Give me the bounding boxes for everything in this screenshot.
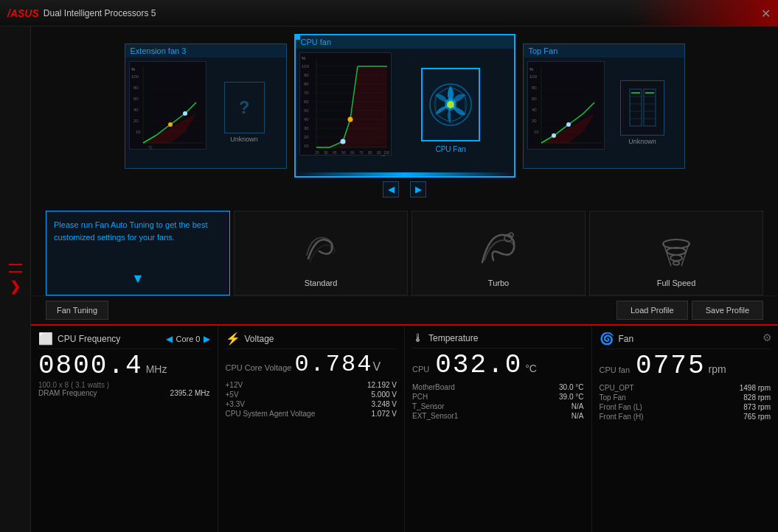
- v33-value: 3.248 V: [372, 400, 397, 408]
- cpu-fan-value: 0775: [636, 353, 705, 379]
- cpu-temp-label: CPU: [412, 365, 429, 374]
- fan-mode-turbo[interactable]: Turbo: [411, 211, 586, 295]
- svg-text:20: 20: [304, 135, 309, 139]
- fan-widget-left-title: Extension fan 3: [125, 44, 286, 57]
- cpu-freq-value-row: 0800.4 MHz: [38, 353, 210, 379]
- cpu-icon: ⬜: [38, 332, 53, 346]
- v5-value: 5.000 V: [372, 391, 397, 399]
- turbo-mode-icon: [479, 229, 519, 275]
- fan-cube-center: [421, 68, 480, 141]
- core-label: Core 0: [176, 335, 200, 343]
- tsensor-value: N/A: [572, 402, 584, 410]
- temp-row-3: EXT_Sensor1 N/A: [412, 412, 584, 420]
- svg-point-59: [447, 101, 454, 108]
- main-layout: ❯ Extension fan 3: [0, 27, 778, 532]
- stats-temp-header: 🌡 Temperature: [412, 332, 584, 349]
- stats-temp-title: Temperature: [428, 333, 478, 343]
- svg-text:60: 60: [532, 97, 537, 101]
- dram-value: 2395.2 MHz: [170, 389, 210, 397]
- fan-widget-center[interactable]: CPU fan: [294, 34, 515, 178]
- load-profile-button[interactable]: Load Profile: [617, 301, 688, 320]
- core-prev-button[interactable]: ◀: [166, 334, 173, 344]
- sidebar-chevron-icon: ❯: [10, 279, 21, 295]
- fan-modes-row: Please run Fan Auto Tuning to get the be…: [31, 211, 778, 295]
- fan-tuning-button[interactable]: Fan Tuning: [46, 301, 108, 320]
- front-fan-l-value: 873 rpm: [743, 403, 771, 411]
- sidebar-indicator[interactable]: ❯: [9, 264, 22, 295]
- fan-graph-right: 100 80 60 40 20 10 %: [527, 61, 605, 150]
- pch-temp-label: PCH: [412, 393, 428, 401]
- stats-cpu-freq: ⬜ CPU Frequency ◀ Core 0 ▶ 0800.4 MHz 10…: [31, 326, 218, 532]
- down-arrow-icon: ▼: [131, 269, 145, 289]
- svg-text:30: 30: [304, 126, 309, 130]
- fan-label-right: Unknown: [628, 138, 656, 145]
- voltage-row-2: +3.3V 3.248 V: [226, 400, 397, 408]
- front-fan-h-value: 765 rpm: [743, 413, 771, 421]
- cpu-freq-value: 0800.4: [38, 353, 143, 379]
- svg-text:50: 50: [341, 150, 346, 155]
- fan-mode-fullspeed[interactable]: Full Speed: [589, 211, 763, 295]
- fan-graph-left: 100 80 60 40 20 10 % °C: [129, 61, 206, 150]
- fan-widget-center-title: CPU fan: [296, 35, 514, 49]
- sidebar-bar2: [9, 271, 22, 273]
- save-profile-button[interactable]: Save Profile: [692, 301, 763, 320]
- svg-text:100: 100: [131, 74, 139, 79]
- svg-text:10: 10: [136, 130, 141, 134]
- fan-widget-right[interactable]: Top Fan: [523, 43, 685, 169]
- fan-nav-next[interactable]: ▶: [410, 181, 426, 197]
- fan-nav-prev[interactable]: ◀: [383, 181, 399, 197]
- dram-label: DRAM Frequency: [38, 389, 97, 397]
- svg-rect-79: [644, 89, 656, 126]
- voltage-icon: ⚡: [226, 332, 240, 346]
- svg-text:30: 30: [324, 150, 328, 155]
- fan-icon-right: Unknown: [605, 61, 681, 164]
- svg-text:80: 80: [368, 150, 372, 155]
- svg-text:°C: °C: [148, 145, 153, 150]
- v33-label: +3.3V: [226, 400, 245, 408]
- fan-widgets-row: Extension fan 3: [46, 34, 763, 178]
- fan-widget-left[interactable]: Extension fan 3: [125, 43, 287, 169]
- svg-text:100: 100: [302, 64, 310, 69]
- fan-row-3: Front Fan (H) 765 rpm: [600, 413, 771, 421]
- vsa-value: 1.072 V: [372, 410, 397, 418]
- voltage-row-1: +5V 5.000 V: [226, 391, 397, 399]
- fan-label-left: Unknown: [230, 136, 258, 143]
- standard-mode-icon: [301, 229, 341, 275]
- cpu-core-voltage-label: CPU Core Voltage: [226, 363, 292, 372]
- core-next-button[interactable]: ▶: [204, 334, 210, 344]
- titlebar: /ASUS Dual Intelligent Processors 5 ✕: [0, 0, 778, 27]
- top-fan-value: 828 rpm: [743, 393, 771, 402]
- fan-auto-text: Please run Fan Auto Tuning to get the be…: [54, 219, 222, 243]
- question-icon-left: ?: [239, 97, 250, 118]
- fan-mode-standard[interactable]: Standard: [234, 211, 408, 295]
- svg-point-32: [340, 139, 345, 144]
- extsensor-value: N/A: [572, 412, 584, 420]
- close-button[interactable]: ✕: [761, 6, 771, 20]
- settings-icon[interactable]: ⚙: [763, 332, 772, 343]
- svg-point-69: [552, 133, 556, 138]
- fan-tuning-row: Fan Tuning Load Profile Save Profile: [31, 295, 778, 324]
- svg-text:10: 10: [534, 130, 539, 134]
- cpu-fan-unit: rpm: [709, 363, 726, 375]
- svg-text:50: 50: [304, 108, 309, 113]
- svg-text:60: 60: [133, 97, 139, 101]
- voltage-row-3: CPU System Agent Voltage 1.072 V: [226, 410, 397, 418]
- fan-row-1: Top Fan 828 rpm: [600, 393, 771, 402]
- v12-label: +12V: [226, 381, 243, 389]
- svg-text:40: 40: [133, 108, 139, 112]
- fan-icon-left: ? Unknown: [206, 61, 282, 164]
- fan-widget-left-content: 100 80 60 40 20 10 % °C: [125, 57, 286, 168]
- sidebar-bar1: [9, 264, 22, 265]
- voltage-rows: +12V 12.192 V +5V 5.000 V +3.3V 3.248 V …: [226, 381, 397, 418]
- svg-text:%: %: [131, 67, 136, 71]
- cpu-opt-value: 1498 rpm: [740, 384, 771, 392]
- fan-main-row: CPU fan 0775 rpm: [600, 353, 771, 379]
- fan-widget-right-content: 100 80 60 40 20 10 %: [524, 57, 684, 168]
- svg-text:°C: °C: [381, 155, 385, 156]
- svg-rect-78: [630, 89, 642, 126]
- svg-text:40: 40: [532, 108, 537, 112]
- temp-icon: 🌡: [412, 332, 424, 345]
- turbo-mode-label: Turbo: [488, 279, 509, 287]
- temp-row-2: T_Sensor N/A: [412, 402, 584, 410]
- stats-temperature: 🌡 Temperature CPU 032.0 °C MotherBoard 3…: [405, 326, 592, 532]
